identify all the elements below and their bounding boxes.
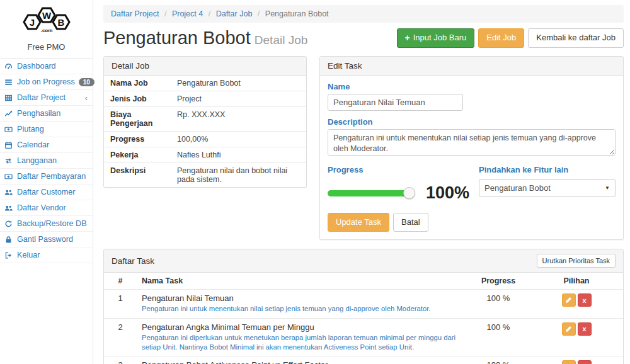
- chevron-left-icon: ‹: [85, 94, 88, 102]
- sidebar-item-backup-restore[interactable]: Backup/Restore DB: [0, 216, 93, 232]
- breadcrumb-daftar-job[interactable]: Daftar Job: [216, 9, 253, 18]
- page-subtitle: Detail Job: [255, 33, 308, 47]
- sidebar-nav: Dashboard Job on Progress 10 Daftar Proj…: [0, 59, 93, 263]
- task-row-3: 3 Pengaturan Bobot Activeness Point vs E…: [104, 356, 623, 364]
- breadcrumb-separator: /: [258, 9, 260, 18]
- edit-task-panel: Edit Task Name Description Pengaturan in…: [319, 56, 624, 240]
- lock-icon: [4, 236, 13, 244]
- edit-job-button[interactable]: Edit Job: [478, 28, 524, 47]
- sidebar-item-keluar[interactable]: Keluar: [0, 247, 93, 263]
- sidebar-item-calendar[interactable]: Calendar: [0, 137, 93, 153]
- detail-row-deskripsi: Deskripsi Pengaturan nilai dan bobot nil…: [104, 163, 306, 187]
- users-icon: [4, 188, 13, 196]
- job-count-badge: 10: [79, 78, 94, 86]
- kembali-button[interactable]: Kembali ke daftar Job: [528, 28, 624, 47]
- delete-task-button[interactable]: x: [578, 360, 592, 364]
- delete-task-button[interactable]: x: [578, 293, 592, 307]
- svg-text:.com: .com: [40, 28, 52, 33]
- sidebar: W J B .com Free PMO Dashboard Job on Pro…: [0, 0, 93, 364]
- svg-text:W: W: [42, 10, 51, 21]
- sidebar-item-ganti-password[interactable]: Ganti Password: [0, 232, 93, 247]
- move-feature-select[interactable]: Pengaturan Bobot ▼: [479, 179, 616, 196]
- tasks-icon: [4, 78, 13, 86]
- task-progress: 100 %: [467, 356, 530, 364]
- detail-row-progress: Progress 100,00%: [104, 132, 306, 147]
- page-title: Pengaturan BobotDetail Job: [103, 28, 307, 48]
- daftar-task-heading: Daftar Task Urutkan Prioritas Task: [104, 249, 623, 273]
- page-header: Pengaturan BobotDetail Job + Input Job B…: [103, 28, 624, 48]
- breadcrumb-current: Pengaturan Bobot: [265, 9, 329, 18]
- task-table-header: # Nama Task Progress Pilihan: [104, 273, 623, 289]
- sidebar-item-dashboard[interactable]: Dashboard: [0, 59, 93, 74]
- batal-button[interactable]: Batal: [393, 213, 428, 232]
- task-row-2: 2 Pengaturan Angka Minimal Temuan per Mi…: [104, 318, 623, 356]
- task-name-input[interactable]: [328, 94, 463, 111]
- sign-out-icon: [4, 251, 13, 259]
- sidebar-item-penghasilan[interactable]: Penghasilan: [0, 106, 93, 122]
- task-progress: 100 %: [467, 319, 530, 336]
- detail-row-jenis-job: Jenis Job Project: [104, 91, 306, 107]
- name-label: Name: [328, 82, 616, 91]
- task-name: Pengaturan Bobot Activeness Point vs Eff…: [142, 360, 462, 364]
- task-description-textarea[interactable]: Pengaturan ini untuk menentukan nilai se…: [328, 129, 616, 156]
- breadcrumb-separator: /: [209, 9, 210, 18]
- sidebar-item-daftar-pembayaran[interactable]: Daftar Pembayaran: [0, 169, 93, 185]
- update-task-button[interactable]: Update Task: [328, 213, 389, 232]
- task-row-1: 1 Pengaturan Nilai Temuan Pengaturan ini…: [104, 289, 623, 317]
- breadcrumb-daftar-project[interactable]: Daftar Project: [111, 9, 159, 18]
- progress-slider[interactable]: [328, 190, 410, 196]
- detail-row-nama-job: Nama Job Pengaturan Bobot: [104, 76, 306, 91]
- sidebar-item-job-on-progress[interactable]: Job on Progress 10: [0, 74, 93, 90]
- detail-job-panel: Detail Job Nama Job Pengaturan Bobot Jen…: [103, 56, 307, 188]
- progress-value: 100%: [426, 183, 469, 203]
- app-logo: W J B .com: [0, 0, 93, 40]
- pencil-icon: [565, 297, 572, 304]
- sidebar-item-daftar-customer[interactable]: Daftar Customer: [0, 185, 93, 200]
- description-label: Description: [328, 117, 616, 127]
- edit-task-heading: Edit Task: [320, 57, 623, 76]
- task-description: Pengaturan ini diperlukan untuk menetuka…: [142, 333, 462, 353]
- svg-text:J: J: [29, 17, 34, 28]
- jwb-logo-icon: W J B .com: [16, 4, 77, 35]
- urutkan-prioritas-button-top[interactable]: Urutkan Prioritas Task: [537, 254, 616, 268]
- delete-task-button[interactable]: x: [578, 322, 592, 336]
- detail-row-biaya: Biaya Pengerjaan Rp. XXX.XXX: [104, 107, 306, 132]
- main-content: Daftar Project / Project 4 / Daftar Job …: [93, 0, 630, 364]
- sidebar-item-daftar-project[interactable]: Daftar Project ‹: [0, 90, 93, 106]
- table-icon: [4, 94, 13, 102]
- header-buttons: + Input Job Baru Edit Job Kembali ke daf…: [397, 28, 624, 48]
- breadcrumb-separator: /: [164, 9, 166, 18]
- pencil-icon: [565, 326, 572, 333]
- line-chart-icon: [4, 110, 13, 118]
- input-job-baru-button[interactable]: + Input Job Baru: [397, 28, 475, 48]
- breadcrumb: Daftar Project / Project 4 / Daftar Job …: [103, 5, 624, 23]
- money-icon: [4, 125, 13, 134]
- task-name: Pengaturan Angka Minimal Temuan per Ming…: [142, 322, 462, 332]
- dashboard-icon: [4, 62, 13, 71]
- svg-text:B: B: [57, 17, 64, 28]
- task-description: Pengaturan ini untuk menentukan nilai se…: [142, 304, 462, 314]
- task-progress: 100 %: [467, 290, 530, 307]
- progress-slider-handle[interactable]: [403, 187, 415, 199]
- task-name: Pengaturan Nilai Temuan: [142, 293, 462, 303]
- x-icon: x: [582, 297, 586, 304]
- calendar-icon: [4, 141, 13, 149]
- edit-task-button[interactable]: [562, 293, 576, 307]
- refresh-icon: [4, 220, 13, 228]
- money-icon: [4, 173, 13, 181]
- move-feature-label: Pindahkan ke Fitur lain: [479, 165, 616, 174]
- brand-name: Free PMO: [0, 40, 93, 59]
- breadcrumb-project-4[interactable]: Project 4: [172, 9, 203, 18]
- repeat-icon: [4, 157, 13, 165]
- daftar-task-panel: Daftar Task Urutkan Prioritas Task # Nam…: [103, 249, 624, 364]
- sidebar-item-daftar-vendor[interactable]: Daftar Vendor: [0, 200, 93, 216]
- edit-task-button[interactable]: [562, 322, 576, 336]
- x-icon: x: [582, 325, 586, 333]
- edit-task-button[interactable]: [562, 360, 576, 364]
- plus-icon: +: [405, 33, 410, 43]
- sidebar-item-piutang[interactable]: Piutang: [0, 122, 93, 137]
- sidebar-item-langganan[interactable]: Langganan: [0, 153, 93, 169]
- detail-row-pekerja: Pekerja Nafies Luthfi: [104, 147, 306, 163]
- detail-job-heading: Detail Job: [104, 57, 306, 76]
- chevron-down-icon: ▼: [605, 185, 610, 191]
